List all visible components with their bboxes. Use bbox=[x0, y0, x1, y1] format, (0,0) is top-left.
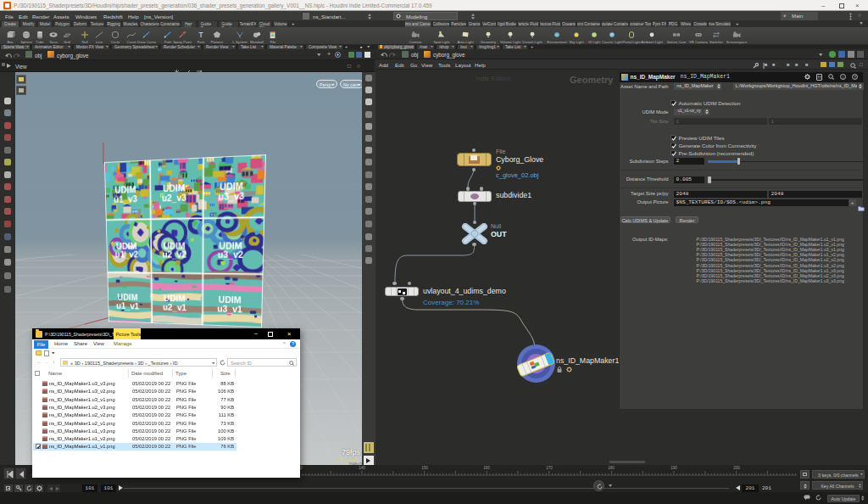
svg-text:190: 190 bbox=[670, 466, 677, 470]
svg-text:140: 140 bbox=[359, 466, 365, 470]
svg-text:u1_v3: u1_v3 bbox=[114, 194, 137, 204]
svg-text:T: T bbox=[198, 31, 203, 39]
svg-text:150: 150 bbox=[421, 466, 428, 470]
svg-text:u3_v3: u3_v3 bbox=[218, 191, 244, 202]
svg-text:u1_v1: u1_v1 bbox=[116, 301, 139, 311]
svg-text:u3_v1: u3_v1 bbox=[217, 304, 242, 314]
svg-text:200: 200 bbox=[733, 466, 740, 470]
svg-text:160: 160 bbox=[483, 466, 490, 470]
svg-text:u2_v1: u2_v1 bbox=[163, 303, 186, 313]
svg-text:180: 180 bbox=[608, 466, 615, 470]
svg-text:u2_v2: u2_v2 bbox=[162, 249, 186, 259]
svg-text:u3_v2: u3_v2 bbox=[218, 249, 244, 260]
svg-text:170: 170 bbox=[546, 466, 553, 470]
svg-text:u1_v2: u1_v2 bbox=[115, 249, 139, 259]
svg-text:u2_v3: u2_v3 bbox=[162, 193, 186, 203]
